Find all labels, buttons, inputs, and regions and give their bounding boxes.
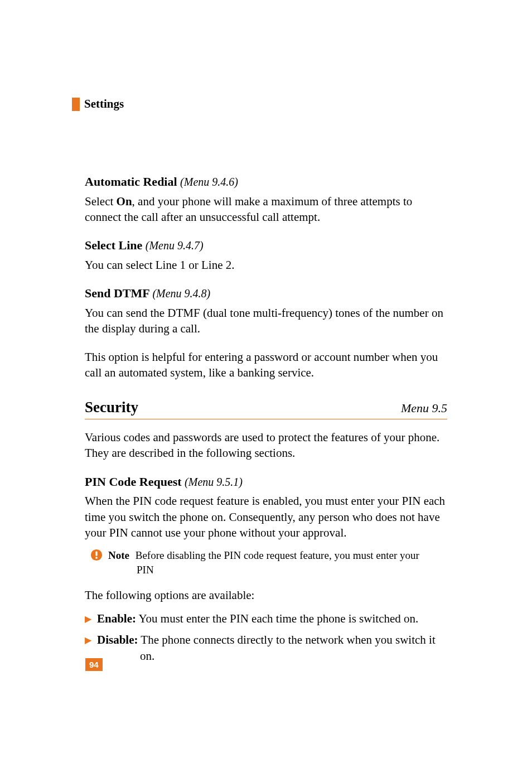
paragraph: This option is helpful for entering a pa… [85,349,447,381]
svg-rect-1 [95,552,97,556]
subheading-menu: (Menu 9.4.7) [146,239,204,252]
subheading-title: Select Line [85,238,142,252]
alert-icon [90,549,103,561]
list-item-text: You must enter the PIN each time the pho… [136,612,418,625]
paragraph: The following options are available: [85,587,447,603]
subheading-menu: (Menu 9.4.8) [152,287,210,300]
list-item-body: Enable: You must enter the PIN each time… [97,611,418,626]
subheading-pin-code-request: PIN Code Request (Menu 9.5.1) [85,474,447,490]
header-section: Settings [72,97,447,111]
page-number: 94 [85,658,103,671]
list-item: ▶ Enable: You must enter the PIN each ti… [85,611,447,626]
paragraph: Select On, and your phone will make a ma… [85,194,447,225]
triangle-right-icon: ▶ [85,634,91,646]
section-label: Settings [84,97,124,111]
subheading-title: Automatic Redial [85,175,177,189]
note-label: Note [108,549,129,561]
subheading-send-dtmf: Send DTMF (Menu 9.4.8) [85,285,447,302]
subheading-select-line: Select Line (Menu 9.4.7) [85,237,447,254]
subheading-title: Send DTMF [85,286,149,300]
section-title: Security [85,397,138,417]
triangle-right-icon: ▶ [85,613,91,625]
list-item-text-line2: on. [97,648,436,664]
list-item: ▶ Disable: The phone connects directly t… [85,632,447,664]
text-fragment: Select [85,195,117,208]
subheading-title: PIN Code Request [85,475,182,489]
content-area: Automatic Redial (Menu 9.4.6) Select On,… [85,173,447,664]
paragraph: You can select Line 1 or Line 2. [85,257,447,273]
subheading-menu: (Menu 9.4.6) [180,176,238,188]
svg-point-2 [95,557,98,559]
list-item-label: Enable: [97,612,136,625]
bold-on: On [117,195,132,208]
section-marker-icon [72,98,80,111]
list-item-label: Disable: [97,633,138,646]
paragraph: You can send the DTMF (dual tone multi-f… [85,305,447,337]
note-text-line2: PIN [137,563,419,577]
note-block: Note Before disabling the PIN code reque… [90,548,447,577]
section-menu: Menu 9.5 [401,400,447,417]
list-item-body: Disable: The phone connects directly to … [97,632,436,664]
section-heading-security: Security Menu 9.5 [85,397,447,419]
page: Settings Automatic Redial (Menu 9.4.6) S… [0,0,532,758]
list-item-text: The phone connects directly to the netwo… [138,633,436,646]
subheading-menu: (Menu 9.5.1) [185,476,243,488]
subheading-automatic-redial: Automatic Redial (Menu 9.4.6) [85,173,447,190]
note-text: Before disabling the PIN code request fe… [136,549,419,561]
note-body: Note Before disabling the PIN code reque… [108,548,419,577]
text-fragment: , and your phone will make a maximum of … [85,195,412,224]
paragraph: Various codes and passwords are used to … [85,429,447,461]
paragraph: When the PIN code request feature is ena… [85,493,447,540]
